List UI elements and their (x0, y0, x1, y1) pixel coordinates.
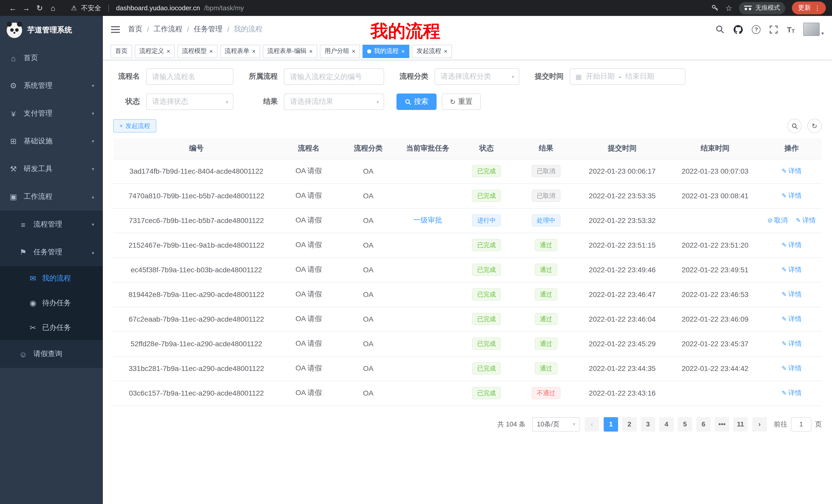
sidebar-item-process-management[interactable]: ≡ 流程管理 ▾ (0, 211, 103, 239)
sidebar-item-workflow[interactable]: ▣ 工作流程 ▴ (0, 183, 103, 211)
page-number-button[interactable]: 4 (659, 417, 674, 431)
sidebar-item-payment[interactable]: ¥ 支付管理 ▾ (0, 100, 103, 128)
submit-time-range-picker[interactable]: ▦ 开始日期 - 结束日期 (570, 68, 685, 85)
page-number-button[interactable]: ••• (715, 417, 729, 431)
sidebar-item-devtools[interactable]: ⚒ 研发工具 ▾ (0, 155, 103, 183)
user-avatar[interactable]: ▾ (803, 23, 824, 36)
browser-update-button[interactable]: 更新 ⋮ (792, 2, 826, 15)
tab-close-icon[interactable]: × (209, 48, 213, 54)
avatar-image (803, 23, 820, 36)
page-number-button[interactable]: 1 (604, 417, 618, 431)
browser-home-icon[interactable]: ⌂ (46, 4, 60, 12)
browser-reload-icon[interactable]: ↻ (33, 3, 46, 12)
detail-action[interactable]: ✎ 详情 (782, 241, 802, 250)
bookmark-star-icon[interactable]: ☆ (725, 3, 732, 12)
detail-action[interactable]: ✎ 详情 (782, 191, 802, 200)
tab-label: 用户分组 (324, 47, 349, 55)
cancel-label: 取消 (774, 216, 787, 225)
cell-id: 2152467e-7b9b-11ec-9a1b-acde48001122 (113, 233, 280, 257)
fullscreen-icon[interactable] (769, 25, 778, 34)
browser-menu-icon[interactable]: ⋮ (814, 4, 821, 12)
search-button[interactable]: 搜索 (396, 93, 437, 110)
start-process-button[interactable]: + 发起流程 (113, 119, 156, 133)
tab[interactable]: 我的流程 × (363, 45, 409, 58)
sidebar-item-infrastructure[interactable]: ⊞ 基础设施 ▾ (0, 128, 103, 155)
address-divider (108, 4, 109, 11)
cell-result: 通过 (516, 257, 576, 282)
sidebar-fold-icon[interactable] (111, 26, 120, 33)
process-table: 编号流程名流程分类当前审批任务状态结果提交时间结束时间操作 3ad174fb-7… (113, 138, 822, 405)
refresh-table-button[interactable]: ↻ (807, 119, 822, 133)
detail-action[interactable]: ✎ 详情 (782, 290, 802, 299)
current-task-link[interactable]: 一级审批 (413, 216, 442, 224)
password-key-icon[interactable] (711, 4, 719, 12)
detail-label: 详情 (788, 314, 802, 324)
page-number-button[interactable]: 5 (678, 417, 692, 431)
cell-category: OA (338, 331, 399, 356)
chevron-down-icon: ▾ (92, 166, 94, 172)
sidebar-item-task-management[interactable]: ⚑ 任务管理 ▴ (0, 239, 103, 266)
sidebar-item-todo-tasks[interactable]: ◉ 待办任务 (0, 291, 103, 315)
tab-close-icon[interactable]: × (401, 48, 405, 54)
tab-close-icon[interactable]: × (352, 48, 355, 54)
cell-category: OA (338, 381, 399, 405)
detail-action[interactable]: ✎ 详情 (782, 388, 802, 398)
tab[interactable]: 流程表单-编辑 × (263, 45, 317, 58)
sidebar-item-home[interactable]: ⌂ 首页 (0, 44, 103, 72)
tab-close-icon[interactable]: × (444, 48, 447, 54)
browser-back-icon[interactable]: ← (6, 4, 20, 12)
sidebar-item-leave-query[interactable]: ☺ 请假查询 (0, 340, 103, 368)
goto-page-input[interactable] (791, 417, 811, 431)
page-header: 首页 / 工作流程 / 任务管理 / 我的流程 我的流程 ? (103, 16, 832, 43)
browser-forward-icon[interactable]: → (20, 4, 33, 12)
detail-action[interactable]: ✎ 详情 (782, 314, 802, 324)
page-number-button[interactable]: 3 (641, 417, 655, 431)
tab[interactable]: 流程表单 × (220, 45, 260, 58)
tab-close-icon[interactable]: × (309, 48, 313, 54)
tab-close-icon[interactable]: × (252, 48, 256, 54)
url-bar[interactable]: ⚠ 不安全 dashboard.yudao.iocoder.cn/bpm/tas… (71, 3, 244, 12)
detail-action[interactable]: ✎ 详情 (782, 265, 802, 274)
process-category-select[interactable]: 请选择流程分类 ▾ (435, 68, 519, 85)
sidebar-item-my-process[interactable]: ✉ 我的流程 (0, 266, 103, 291)
detail-action[interactable]: ✎ 详情 (782, 339, 802, 348)
sidebar-item-done-tasks[interactable]: ✂ 已办任务 (0, 315, 103, 340)
breadcrumb-home[interactable]: 首页 (128, 25, 142, 34)
breadcrumb-task-management[interactable]: 任务管理 (194, 25, 223, 34)
sidebar-item-system[interactable]: ⚙ 系统管理 ▾ (0, 72, 103, 100)
tab[interactable]: 首页 (110, 45, 132, 58)
process-definition-input[interactable] (284, 68, 384, 85)
table-toolbar: + 发起流程 ↻ (113, 119, 822, 133)
next-page-button[interactable]: › (752, 417, 767, 431)
start-date-placeholder: 开始日期 (586, 72, 615, 81)
status-badge: 已完成 (472, 239, 501, 251)
detail-action[interactable]: ✎ 详情 (782, 364, 802, 373)
cell-submit-time: 2022-01-22 23:43:16 (576, 381, 669, 405)
detail-action[interactable]: ✎ 详情 (782, 166, 802, 176)
page-number-button[interactable]: 2 (622, 417, 636, 431)
reset-button[interactable]: ↻ 重置 (442, 93, 481, 110)
status-select[interactable]: 请选择状态 ▾ (146, 93, 233, 110)
tab-close-icon[interactable]: × (166, 48, 170, 54)
toggle-search-button[interactable] (787, 119, 802, 133)
detail-action[interactable]: ✎ 详情 (796, 216, 816, 225)
page-number-button[interactable]: 6 (696, 417, 711, 431)
tab[interactable]: 用户分组 × (320, 45, 360, 58)
result-select[interactable]: 请选择流结果 ▾ (284, 93, 384, 110)
breadcrumb-workflow[interactable]: 工作流程 (154, 25, 183, 34)
search-icon[interactable] (715, 25, 725, 34)
tab[interactable]: 流程模型 × (177, 45, 217, 58)
font-size-icon[interactable]: TT (787, 25, 795, 34)
page-size-select[interactable]: 10条/页 ▾ (532, 417, 580, 431)
cancel-action[interactable]: ⊘ 取消 (768, 216, 787, 225)
page-number-button[interactable]: 11 (733, 417, 748, 431)
tab[interactable]: 发起流程 × (412, 45, 452, 58)
github-icon[interactable] (733, 24, 743, 34)
help-icon[interactable]: ? (752, 25, 760, 34)
tab[interactable]: 流程定义 × (135, 45, 175, 58)
security-label[interactable]: 不安全 (81, 3, 101, 12)
caret-down-icon: ▾ (573, 421, 575, 427)
process-name-input[interactable] (146, 68, 233, 85)
prev-page-button[interactable]: ‹ (585, 417, 599, 431)
column-header: 状态 (457, 138, 517, 159)
